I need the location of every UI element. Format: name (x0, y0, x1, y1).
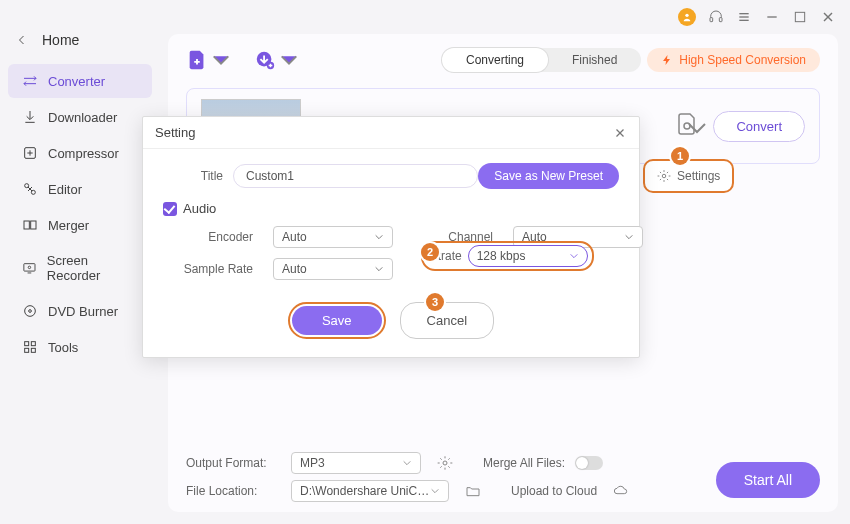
sidebar-item-label: DVD Burner (48, 304, 118, 319)
maximize-icon[interactable] (792, 9, 808, 25)
cancel-button[interactable]: Cancel (400, 302, 494, 339)
tab-finished[interactable]: Finished (548, 48, 641, 72)
encoder-select[interactable]: Auto (273, 226, 393, 248)
close-icon[interactable] (613, 126, 627, 140)
chevron-down-icon (374, 264, 384, 274)
chevron-down-icon (374, 232, 384, 242)
bitrate-select[interactable]: 128 kbps (468, 245, 588, 267)
editor-icon (22, 181, 38, 197)
headset-icon[interactable] (708, 9, 724, 25)
close-icon[interactable] (820, 9, 836, 25)
svg-rect-1 (710, 18, 713, 22)
sidebar-item-tools[interactable]: Tools (8, 330, 152, 364)
svg-point-20 (25, 306, 36, 317)
tabs: Converting Finished (442, 48, 641, 72)
audio-section-header: Audio (163, 201, 619, 216)
chevron-down-icon (430, 486, 440, 496)
sidebar-item-label: Editor (48, 182, 82, 197)
sidebar-item-label: Tools (48, 340, 78, 355)
sidebar-item-label: Merger (48, 218, 89, 233)
audio-checkbox[interactable] (163, 202, 177, 216)
svg-point-21 (29, 310, 32, 313)
folder-icon[interactable] (465, 483, 481, 499)
sidebar: Home Converter Downloader Compressor Edi… (0, 0, 160, 524)
titlebar (678, 0, 850, 34)
svg-rect-2 (719, 18, 722, 22)
step-badge-2: 2 (421, 243, 439, 261)
output-format-select[interactable]: MP3 (291, 452, 421, 474)
save-button[interactable]: Save (292, 306, 382, 335)
output-format-icon[interactable] (675, 110, 699, 142)
high-speed-label: High Speed Conversion (679, 53, 806, 67)
title-input[interactable]: Custom1 (233, 164, 478, 188)
svg-rect-16 (31, 221, 36, 229)
chevron-down-icon (624, 232, 634, 242)
svg-rect-22 (25, 342, 29, 346)
settings-gear-icon[interactable] (437, 455, 453, 471)
sidebar-item-merger[interactable]: Merger (8, 208, 152, 242)
tab-converting[interactable]: Converting (442, 48, 548, 72)
sidebar-item-compressor[interactable]: Compressor (8, 136, 152, 170)
file-location-label: File Location: (186, 484, 281, 498)
svg-point-0 (685, 14, 688, 17)
title-field-label: Title (163, 169, 223, 183)
upload-cloud-label: Upload to Cloud (511, 484, 597, 498)
sidebar-item-downloader[interactable]: Downloader (8, 100, 152, 134)
back-icon (16, 34, 28, 46)
merger-icon (22, 217, 38, 233)
samplerate-select[interactable]: Auto (273, 258, 393, 280)
chevron-down-icon (685, 114, 709, 142)
svg-rect-15 (24, 221, 29, 229)
chevron-down-icon (278, 49, 300, 71)
sidebar-item-label: Screen Recorder (47, 253, 138, 283)
file-location-select[interactable]: D:\Wondershare UniConverter 1 (291, 480, 449, 502)
sidebar-item-label: Compressor (48, 146, 119, 161)
start-all-button[interactable]: Start All (716, 462, 820, 498)
samplerate-label: Sample Rate (163, 262, 253, 276)
user-avatar[interactable] (678, 8, 696, 26)
sidebar-item-converter[interactable]: Converter (8, 64, 152, 98)
merge-files-label: Merge All Files: (483, 456, 565, 470)
cloud-icon[interactable] (613, 483, 629, 499)
svg-rect-17 (24, 264, 35, 271)
step-badge-1: 1 (671, 147, 689, 165)
sidebar-item-label: Converter (48, 74, 105, 89)
settings-button[interactable]: Settings (643, 159, 734, 193)
lightning-icon (661, 54, 673, 66)
chevron-down-icon (210, 49, 232, 71)
encoder-label: Encoder (163, 230, 253, 244)
settings-label: Settings (677, 169, 720, 183)
svg-point-30 (662, 174, 666, 178)
high-speed-badge[interactable]: High Speed Conversion (647, 48, 820, 72)
audio-label: Audio (183, 201, 216, 216)
save-preset-button[interactable]: Save as New Preset (478, 163, 619, 189)
toolbar: Converting Finished High Speed Conversio… (168, 34, 838, 82)
sidebar-item-editor[interactable]: Editor (8, 172, 152, 206)
compressor-icon (22, 145, 38, 161)
menu-icon[interactable] (736, 9, 752, 25)
dialog-header: Setting (143, 117, 639, 149)
sidebar-item-dvd-burner[interactable]: DVD Burner (8, 294, 152, 328)
svg-rect-25 (31, 348, 35, 352)
svg-rect-7 (795, 12, 804, 21)
minimize-icon[interactable] (764, 9, 780, 25)
add-file-button[interactable] (186, 49, 232, 71)
add-file-icon (186, 49, 208, 71)
settings-dialog: Setting Title Custom1 Save as New Preset… (142, 116, 640, 358)
chevron-down-icon (402, 458, 412, 468)
tools-icon (22, 339, 38, 355)
convert-button[interactable]: Convert (713, 111, 805, 142)
home-label: Home (42, 32, 79, 48)
merge-files-toggle[interactable] (575, 456, 603, 470)
svg-point-29 (443, 461, 447, 465)
gear-icon (657, 169, 671, 183)
home-row[interactable]: Home (0, 28, 160, 62)
svg-rect-24 (25, 348, 29, 352)
add-download-button[interactable] (254, 49, 300, 71)
converter-icon (22, 73, 38, 89)
svg-rect-23 (31, 342, 35, 346)
sidebar-item-screen-recorder[interactable]: Screen Recorder (8, 244, 152, 292)
dvd-burner-icon (22, 303, 38, 319)
add-download-icon (254, 49, 276, 71)
step-badge-3: 3 (426, 293, 444, 311)
